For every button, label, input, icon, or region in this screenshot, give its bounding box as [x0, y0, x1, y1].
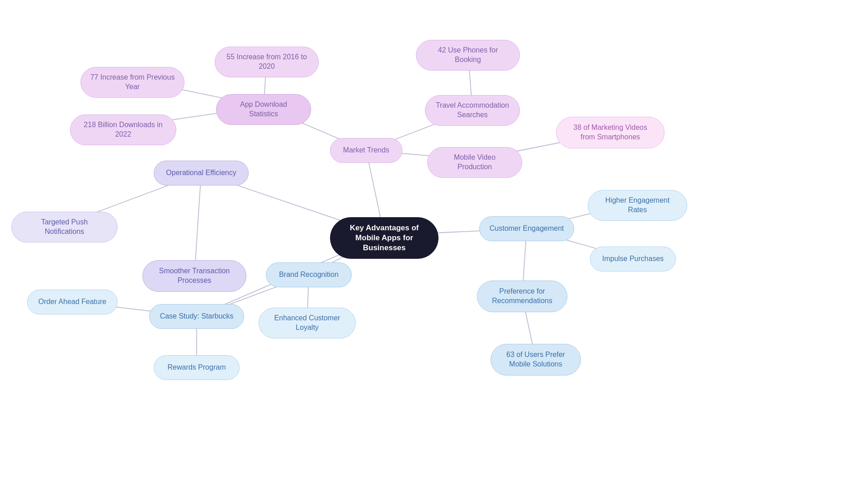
node-smoother_trans: Smoother Transaction Processes: [142, 260, 246, 292]
node-label-center: Key Advantages of Mobile Apps for Busine…: [340, 223, 429, 253]
node-label-smoother_trans: Smoother Transaction Processes: [152, 266, 237, 285]
node-label-market_trends: Market Trends: [343, 146, 389, 155]
node-label-increase_prev: 77 Increase from Previous Year: [90, 73, 175, 92]
node-label-rewards_program: Rewards Program: [168, 363, 226, 372]
node-increase_prev: 77 Increase from Previous Year: [80, 67, 184, 98]
node-label-travel_accom: Travel Accommodation Searches: [434, 101, 510, 120]
node-impulse_purchase: Impulse Purchases: [590, 247, 676, 271]
node-label-case_study: Case Study: Starbucks: [160, 312, 234, 321]
node-label-use_phones: 42 Use Phones for Booking: [425, 46, 510, 65]
node-market_trends: Market Trends: [330, 138, 402, 163]
node-label-enhanced_loyalty: Enhanced Customer Loyalty: [268, 314, 346, 333]
node-order_ahead: Order Ahead Feature: [27, 290, 118, 314]
node-label-impulse_purchase: Impulse Purchases: [602, 254, 664, 264]
node-enhanced_loyalty: Enhanced Customer Loyalty: [259, 308, 356, 338]
node-rewards_program: Rewards Program: [154, 355, 240, 380]
node-label-users_prefer: 63 of Users Prefer Mobile Solutions: [500, 350, 571, 369]
node-targeted_push: Targeted Push Notifications: [11, 212, 118, 243]
node-users_prefer: 63 of Users Prefer Mobile Solutions: [491, 344, 581, 376]
node-brand_recog: Brand Recognition: [266, 262, 352, 287]
node-label-operational_eff: Operational Efficiency: [166, 168, 236, 178]
node-mobile_video: Mobile Video Production: [427, 147, 522, 178]
node-label-pref_recommend: Preference for Recommendations: [486, 287, 558, 306]
node-case_study: Case Study: Starbucks: [149, 304, 244, 329]
node-label-higher_engage: Higher Engagement Rates: [597, 196, 678, 215]
node-marketing_videos: 38 of Marketing Videos from Smartphones: [556, 117, 665, 148]
node-increase_2016: 55 Increase from 2016 to 2020: [215, 47, 319, 77]
node-label-billion_downloads: 218 Billion Downloads in 2022: [80, 120, 167, 139]
node-travel_accom: Travel Accommodation Searches: [425, 95, 520, 126]
node-customer_engage: Customer Engagement: [479, 216, 574, 241]
node-label-mobile_video: Mobile Video Production: [437, 153, 513, 172]
node-center: Key Advantages of Mobile Apps for Busine…: [330, 217, 439, 259]
node-billion_downloads: 218 Billion Downloads in 2022: [70, 114, 176, 145]
node-label-customer_engage: Customer Engagement: [490, 224, 564, 233]
node-label-app_download: App Download Statistics: [226, 100, 302, 119]
node-app_download: App Download Statistics: [216, 94, 311, 125]
mindmap-container: Key Advantages of Mobile Apps for Busine…: [0, 0, 868, 490]
node-operational_eff: Operational Efficiency: [154, 161, 249, 186]
node-label-order_ahead: Order Ahead Feature: [38, 297, 106, 307]
node-label-marketing_videos: 38 of Marketing Videos from Smartphones: [566, 123, 655, 142]
node-label-targeted_push: Targeted Push Notifications: [21, 218, 108, 237]
node-label-increase_2016: 55 Increase from 2016 to 2020: [224, 52, 309, 71]
node-higher_engage: Higher Engagement Rates: [588, 190, 687, 221]
node-use_phones: 42 Use Phones for Booking: [416, 40, 520, 71]
node-pref_recommend: Preference for Recommendations: [477, 281, 567, 312]
node-label-brand_recog: Brand Recognition: [279, 270, 339, 280]
